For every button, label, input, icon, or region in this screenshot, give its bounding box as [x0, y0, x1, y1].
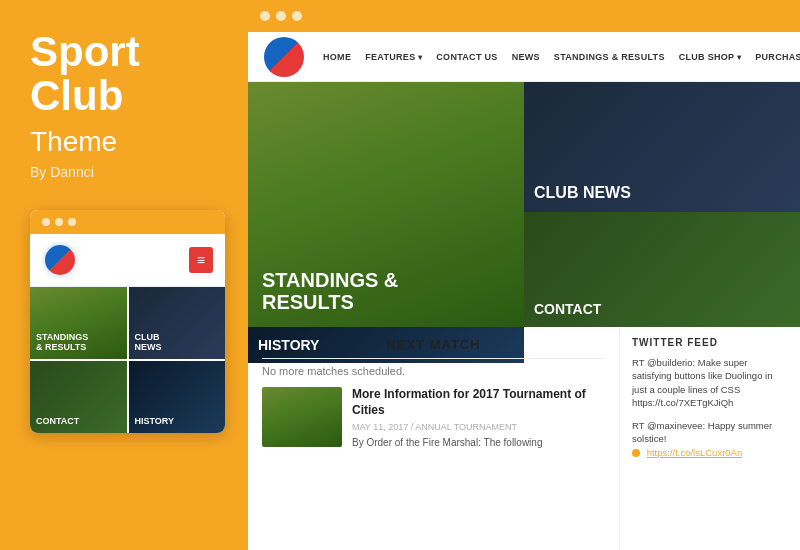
hero-grid: STANDINGS &RESULTS CLUB NEWS CONTACT HIS…: [248, 82, 800, 327]
hero-contact-label: CONTACT: [534, 301, 601, 317]
mobile-cell-clubnews-label: CLUBNEWS: [135, 332, 162, 354]
article-excerpt: By Order of the Fire Marshal: The follow…: [352, 436, 605, 450]
nav-club-shop[interactable]: CLUB SHOP: [672, 52, 749, 62]
nav-features[interactable]: FEATURES: [358, 52, 429, 62]
tweet-2: RT @maxinevee: Happy summer solstice! ht…: [632, 419, 788, 459]
mobile-dot-1: [42, 218, 50, 226]
nav-purchase[interactable]: PURCHASE: [748, 52, 800, 62]
nav-standings[interactable]: STANDINGS & RESULTS: [547, 52, 672, 62]
article-preview: More Information for 2017 Tournament of …: [262, 387, 605, 450]
nav-logo: [264, 37, 304, 77]
desktop-nav: HOME FEATURES CONTACT US NEWS STANDINGS …: [248, 32, 800, 82]
mobile-cell-standings[interactable]: STANDINGS& RESULTS: [30, 287, 127, 359]
tweet-1-text: RT @builderio: Make super satisfying but…: [632, 357, 772, 408]
mobile-preview-header: [30, 210, 225, 234]
mobile-logo-inner: [45, 245, 75, 275]
left-panel: Sport Club Theme By Dannci ≡ STANDINGS& …: [0, 0, 248, 550]
browser-content: HOME FEATURES CONTACT US NEWS STANDINGS …: [248, 32, 800, 550]
mobile-preview: ≡ STANDINGS& RESULTS CLUBNEWS CONTACT HI…: [30, 210, 225, 433]
twitter-title: TWITTER FEED: [632, 337, 788, 348]
nav-links: HOME FEATURES CONTACT US NEWS STANDINGS …: [316, 52, 800, 62]
article-content: More Information for 2017 Tournament of …: [352, 387, 605, 450]
tweet-1: RT @builderio: Make super satisfying but…: [632, 356, 788, 409]
tweet-dot-icon: [632, 449, 640, 457]
mobile-grid: STANDINGS& RESULTS CLUBNEWS CONTACT HIST…: [30, 287, 225, 433]
no-matches-text: No more matches scheduled.: [262, 365, 605, 377]
mobile-cell-contact-label: CONTACT: [36, 416, 79, 427]
hero-contact[interactable]: CONTACT: [524, 212, 800, 327]
hero-club-news-label: CLUB NEWS: [534, 184, 631, 202]
content-area: NEXT MATCH No more matches scheduled. Mo…: [248, 327, 800, 550]
browser-mockup: HOME FEATURES CONTACT US NEWS STANDINGS …: [248, 0, 800, 550]
mobile-menu-button[interactable]: ≡: [189, 247, 213, 273]
mobile-cell-history-label: HISTORY: [135, 416, 175, 427]
mobile-nav-bar: ≡: [30, 234, 225, 287]
browser-dot-1: [260, 11, 270, 21]
browser-dot-2: [276, 11, 286, 21]
mobile-cell-clubnews[interactable]: CLUBNEWS: [129, 287, 226, 359]
mobile-dot-3: [68, 218, 76, 226]
twitter-sidebar: TWITTER FEED RT @builderio: Make super s…: [620, 327, 800, 550]
tweet-2-text: RT @maxinevee: Happy summer solstice!: [632, 420, 772, 444]
brand-by: By Dannci: [30, 164, 218, 180]
nav-contact-us[interactable]: CONTACT US: [429, 52, 504, 62]
mobile-cell-contact[interactable]: CONTACT: [30, 361, 127, 433]
hero-standings-label: STANDINGS &RESULTS: [262, 269, 398, 313]
brand-subtitle: Theme: [30, 126, 218, 158]
hero-club-news[interactable]: CLUB NEWS: [524, 82, 800, 212]
mobile-logo: [42, 242, 78, 278]
browser-bar: [248, 0, 800, 32]
mobile-dot-2: [55, 218, 63, 226]
article-title[interactable]: More Information for 2017 Tournament of …: [352, 387, 605, 418]
article-thumbnail: [262, 387, 342, 447]
browser-dot-3: [292, 11, 302, 21]
tweet-2-link[interactable]: https://t.co/lsLCuxr0An: [647, 447, 743, 458]
nav-news[interactable]: NEWS: [505, 52, 547, 62]
mobile-cell-standings-label: STANDINGS& RESULTS: [36, 332, 88, 354]
nav-home[interactable]: HOME: [316, 52, 358, 62]
next-match-title: NEXT MATCH: [262, 337, 605, 359]
hero-standings[interactable]: STANDINGS &RESULTS: [248, 82, 524, 327]
brand-title: Sport Club: [30, 30, 218, 118]
mobile-cell-history[interactable]: HISTORY: [129, 361, 226, 433]
content-main: NEXT MATCH No more matches scheduled. Mo…: [248, 327, 620, 550]
article-meta: May 11, 2017 / Annual Tournament: [352, 422, 605, 432]
